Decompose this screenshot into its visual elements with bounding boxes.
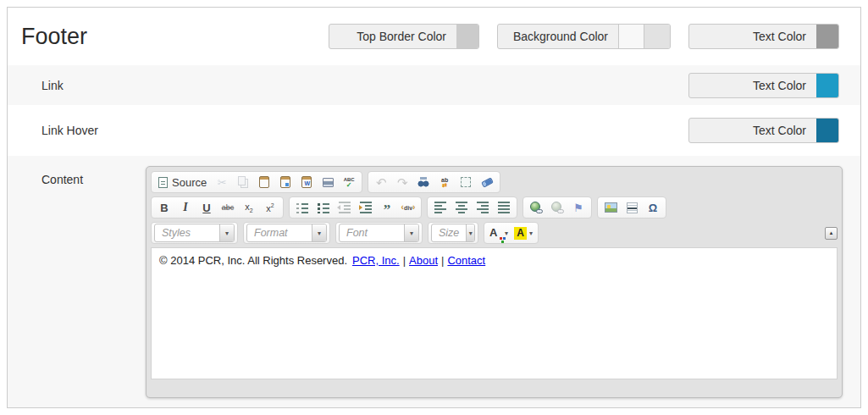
editor-background-color-button[interactable]: A ▾ xyxy=(511,224,535,242)
subscript-button[interactable]: x2 xyxy=(239,198,259,217)
link-text-color-button[interactable]: Text Color xyxy=(688,73,839,98)
text-color-arrow-icon: ▾ xyxy=(505,230,508,237)
background-color-icon: A xyxy=(514,227,527,240)
blockquote-button[interactable]: ” xyxy=(377,198,397,217)
horizontal-rule-icon xyxy=(627,202,638,213)
toolbar-row-3: Styles ▾ Format ▾ Font ▾ xyxy=(151,222,838,244)
cut-button[interactable]: ✂ xyxy=(212,173,232,191)
text-color-button[interactable]: Text Color xyxy=(688,24,839,49)
justify-button[interactable] xyxy=(494,198,514,217)
cut-icon: ✂ xyxy=(218,176,227,189)
paste-text-button[interactable] xyxy=(275,173,296,191)
unlink-icon xyxy=(551,202,564,213)
anchor-button[interactable]: ⚑ xyxy=(568,198,589,217)
toolbar-group-document: Source ✂ W ABC ✓ xyxy=(151,171,362,193)
image-button[interactable] xyxy=(600,198,621,217)
toolbar-group-basicstyles: B I U abc x2 x2 xyxy=(151,196,284,219)
find-button[interactable] xyxy=(413,173,434,191)
replace-button[interactable]: ab ⇄ xyxy=(434,173,455,191)
toolbar-group-colors: A ▾ A ▾ xyxy=(484,222,539,244)
paste-word-button[interactable]: W xyxy=(296,173,317,191)
link-text-color-swatch xyxy=(816,74,838,97)
about-link[interactable]: About xyxy=(409,254,438,267)
format-dropdown-label: Format xyxy=(247,227,312,239)
strikethrough-button[interactable]: abc xyxy=(218,198,238,217)
underline-button[interactable]: U xyxy=(196,198,217,217)
spellcheck-button[interactable]: ABC ✓ xyxy=(339,173,359,191)
header-buttons: Top Border Color Background Color Text C… xyxy=(329,24,839,49)
text-color-swatch xyxy=(816,25,838,48)
link-hover-text-color-label: Text Color xyxy=(689,124,816,137)
strikethrough-icon: abc xyxy=(222,203,235,212)
editor-text-color-button[interactable]: A ▾ xyxy=(487,224,511,242)
toolbar-row-1: Source ✂ W ABC ✓ ↶ xyxy=(151,171,838,193)
underline-icon: U xyxy=(202,202,210,214)
undo-button[interactable]: ↶ xyxy=(371,173,391,191)
outdent-button[interactable] xyxy=(334,198,355,217)
size-dropdown[interactable]: Size ▾ xyxy=(431,224,475,242)
align-left-button[interactable] xyxy=(430,198,451,217)
horizontal-rule-button[interactable] xyxy=(622,198,642,217)
background-color-swatch-2 xyxy=(644,25,670,48)
background-color-button[interactable]: Background Color xyxy=(497,24,671,49)
styles-dropdown[interactable]: Styles ▾ xyxy=(154,224,235,242)
toolbar-group-links: ⚑ xyxy=(522,196,592,219)
spellcheck-icon: ABC ✓ xyxy=(344,177,355,188)
toolbar-group-undo: ↶ ↷ ab ⇄ xyxy=(368,171,500,193)
align-right-icon xyxy=(477,202,489,213)
collapse-arrow-icon: ▴ xyxy=(830,230,833,236)
print-button[interactable] xyxy=(318,173,338,191)
bulleted-list-icon xyxy=(318,202,329,213)
link-hover-text-color-button[interactable]: Text Color xyxy=(688,118,839,143)
page-title: Footer xyxy=(21,24,87,50)
remove-format-button[interactable] xyxy=(477,173,497,191)
source-button[interactable]: Source xyxy=(154,173,211,191)
align-right-button[interactable] xyxy=(473,198,493,217)
div-button[interactable]: ‹div› xyxy=(398,198,418,217)
source-icon xyxy=(158,177,168,188)
paste-button[interactable] xyxy=(254,173,274,191)
superscript-button[interactable]: x2 xyxy=(260,198,280,217)
indent-button[interactable] xyxy=(356,198,376,217)
bold-icon: B xyxy=(160,202,168,214)
styles-dropdown-arrow-icon: ▾ xyxy=(219,224,234,241)
find-icon xyxy=(417,177,429,188)
link-button[interactable] xyxy=(526,198,546,217)
copy-icon xyxy=(238,176,246,185)
toolbar-group-font: Font ▾ xyxy=(335,222,423,244)
bulleted-list-button[interactable] xyxy=(313,198,334,217)
font-dropdown-label: Font xyxy=(340,227,404,239)
font-dropdown[interactable]: Font ▾ xyxy=(339,224,419,242)
anchor-icon: ⚑ xyxy=(573,202,583,213)
editor-content-area[interactable]: © 2014 PCR, Inc. All Rights Reserved.PCR… xyxy=(151,247,838,379)
numbered-list-button[interactable] xyxy=(292,198,312,217)
text-color-icon: A xyxy=(489,227,502,240)
copy-button[interactable] xyxy=(233,173,253,191)
toolbar-group-insert: Ω xyxy=(597,196,666,219)
bold-button[interactable]: B xyxy=(154,198,174,217)
subscript-icon: x2 xyxy=(245,202,252,213)
unlink-button[interactable] xyxy=(547,198,567,217)
select-all-button[interactable] xyxy=(456,173,476,191)
top-border-color-label: Top Border Color xyxy=(329,30,456,43)
justify-icon xyxy=(498,202,510,213)
link-hover-text-color-swatch xyxy=(816,119,838,142)
toolbar-group-align xyxy=(427,196,517,219)
contact-link[interactable]: Contact xyxy=(447,254,485,267)
top-border-color-button[interactable]: Top Border Color xyxy=(329,24,479,49)
align-center-button[interactable] xyxy=(451,198,472,217)
redo-button[interactable]: ↷ xyxy=(392,173,412,191)
format-dropdown[interactable]: Format ▾ xyxy=(246,224,327,242)
blockquote-icon: ” xyxy=(384,202,391,213)
link-icon xyxy=(530,202,543,213)
italic-button[interactable]: I xyxy=(175,198,196,217)
pcr-inc-link[interactable]: PCR, Inc. xyxy=(352,254,400,267)
special-char-button[interactable]: Ω xyxy=(643,198,663,217)
link-hover-label: Link Hover xyxy=(41,124,98,137)
background-color-swatch-1 xyxy=(618,25,644,48)
redo-icon: ↷ xyxy=(397,176,408,189)
div-container-icon: ‹div› xyxy=(401,203,416,212)
font-dropdown-arrow-icon: ▾ xyxy=(404,224,418,241)
editor-status-bar xyxy=(151,379,838,393)
collapse-toolbar-button[interactable]: ▴ xyxy=(825,227,838,240)
